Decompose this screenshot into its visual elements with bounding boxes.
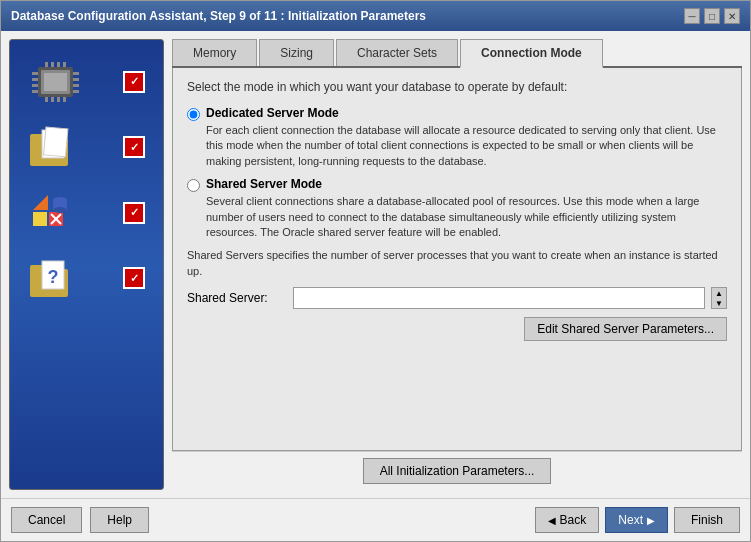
footer-left: Cancel Help xyxy=(11,507,149,533)
folder-mystery-row: ? ✓ xyxy=(20,249,153,307)
shared-server-desc1: Several client connections share a datab… xyxy=(206,194,727,240)
tab-sizing[interactable]: Sizing xyxy=(259,39,334,66)
edit-shared-server-button[interactable]: Edit Shared Server Parameters... xyxy=(524,317,727,341)
shared-server-block: Shared Server Mode Several client connec… xyxy=(206,177,727,240)
shared-server-option: Shared Server Mode Several client connec… xyxy=(187,177,727,240)
shared-server-desc2: Shared Servers specifies the number of s… xyxy=(187,248,727,279)
svg-rect-25 xyxy=(44,127,68,157)
tab-bar: Memory Sizing Character Sets Connection … xyxy=(172,39,742,68)
check-badge-4: ✓ xyxy=(123,267,145,289)
svg-rect-16 xyxy=(51,97,54,102)
dedicated-server-radio[interactable] xyxy=(187,108,200,121)
window-controls: ─ □ ✕ xyxy=(684,8,740,24)
cancel-button[interactable]: Cancel xyxy=(11,507,82,533)
left-panel: ✓ ✓ xyxy=(9,39,164,490)
footer-right: ◀ Back Next ▶ Finish xyxy=(535,507,740,533)
svg-rect-17 xyxy=(57,97,60,102)
svg-rect-14 xyxy=(63,62,66,67)
check-badge-2: ✓ xyxy=(123,136,145,158)
spinner-up-button[interactable]: ▲ xyxy=(712,288,726,298)
svg-rect-2 xyxy=(44,73,67,91)
svg-rect-5 xyxy=(32,84,38,87)
svg-rect-3 xyxy=(32,72,38,75)
section-description: Select the mode in which you want your d… xyxy=(187,80,727,94)
content-area: Select the mode in which you want your d… xyxy=(172,68,742,451)
check-badge-3: ✓ xyxy=(123,202,145,224)
next-button[interactable]: Next ▶ xyxy=(605,507,668,533)
folder-docs-row: ✓ xyxy=(20,118,153,176)
maximize-button[interactable]: □ xyxy=(704,8,720,24)
close-button[interactable]: ✕ xyxy=(724,8,740,24)
shared-server-title: Shared Server Mode xyxy=(206,177,727,191)
minimize-button[interactable]: ─ xyxy=(684,8,700,24)
svg-rect-10 xyxy=(73,90,79,93)
svg-rect-12 xyxy=(51,62,54,67)
finish-button[interactable]: Finish xyxy=(674,507,740,533)
chip-row: ✓ xyxy=(20,55,153,108)
svg-rect-11 xyxy=(45,62,48,67)
svg-rect-27 xyxy=(33,212,47,226)
footer: Cancel Help ◀ Back Next ▶ Finish xyxy=(1,498,750,541)
shapes-icon xyxy=(28,190,73,235)
svg-marker-26 xyxy=(33,195,48,210)
spinner-down-button[interactable]: ▼ xyxy=(712,298,726,308)
bottom-bar: All Initialization Parameters... xyxy=(172,451,742,490)
folder-mystery-icon: ? xyxy=(28,253,78,303)
tab-memory[interactable]: Memory xyxy=(172,39,257,66)
shared-server-radio[interactable] xyxy=(187,179,200,192)
shapes-row: ✓ xyxy=(20,186,153,239)
svg-rect-15 xyxy=(45,97,48,102)
svg-point-33 xyxy=(53,207,67,213)
right-panel: Memory Sizing Character Sets Connection … xyxy=(172,39,742,490)
window-title: Database Configuration Assistant, Step 9… xyxy=(11,9,426,23)
chip-icon xyxy=(28,59,83,104)
shared-server-spinner: ▲ ▼ xyxy=(711,287,727,309)
svg-rect-4 xyxy=(32,78,38,81)
next-arrow-icon: ▶ xyxy=(647,515,655,526)
back-button[interactable]: ◀ Back xyxy=(535,507,600,533)
svg-rect-8 xyxy=(73,78,79,81)
help-button[interactable]: Help xyxy=(90,507,149,533)
all-initialization-params-button[interactable]: All Initialization Parameters... xyxy=(363,458,552,484)
svg-text:?: ? xyxy=(48,267,59,287)
svg-rect-6 xyxy=(32,90,38,93)
main-content: ✓ ✓ xyxy=(1,31,750,498)
check-badge-1: ✓ xyxy=(123,71,145,93)
title-bar: Database Configuration Assistant, Step 9… xyxy=(1,1,750,31)
svg-rect-9 xyxy=(73,84,79,87)
svg-rect-7 xyxy=(73,72,79,75)
svg-rect-18 xyxy=(63,97,66,102)
back-label: Back xyxy=(560,513,587,527)
dedicated-server-desc: For each client connection the database … xyxy=(206,123,727,169)
tab-character-sets[interactable]: Character Sets xyxy=(336,39,458,66)
dedicated-server-option: Dedicated Server Mode For each client co… xyxy=(187,106,727,169)
svg-rect-13 xyxy=(57,62,60,67)
back-arrow-icon: ◀ xyxy=(548,515,556,526)
shared-server-label: Shared Server: xyxy=(187,291,287,305)
shared-server-input-row: Shared Server: ▲ ▼ xyxy=(187,287,727,309)
folder-docs-icon xyxy=(28,122,78,172)
shared-server-input[interactable] xyxy=(293,287,705,309)
next-label: Next xyxy=(618,513,643,527)
shared-server-section: Shared Servers specifies the number of s… xyxy=(187,248,727,341)
dedicated-server-block: Dedicated Server Mode For each client co… xyxy=(206,106,727,169)
tab-connection-mode[interactable]: Connection Mode xyxy=(460,39,603,68)
dedicated-server-title: Dedicated Server Mode xyxy=(206,106,727,120)
main-window: Database Configuration Assistant, Step 9… xyxy=(0,0,751,542)
